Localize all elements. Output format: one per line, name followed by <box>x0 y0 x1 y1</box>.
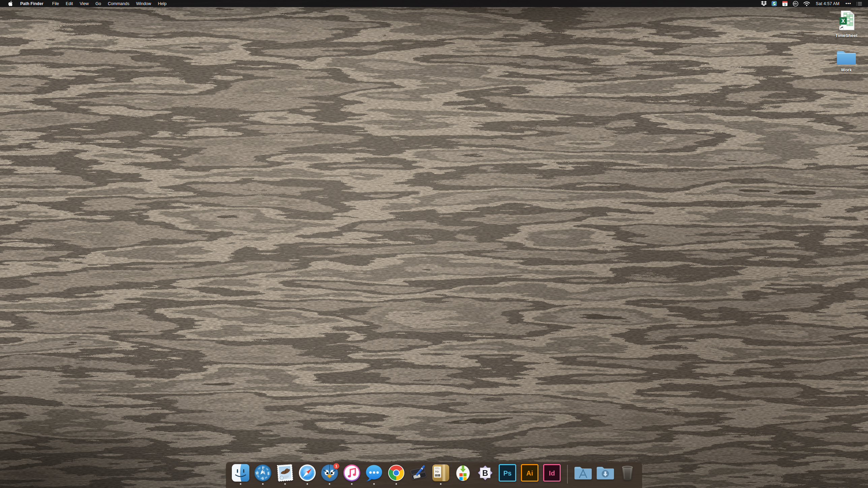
itunes-icon <box>343 464 361 482</box>
running-indicator <box>440 483 441 485</box>
list-menu-item[interactable] <box>854 0 865 7</box>
folder-icon <box>836 50 857 66</box>
bbedit-icon: B <box>476 464 494 482</box>
list-icon <box>856 1 862 6</box>
svg-text:W: W <box>255 471 259 475</box>
illustrator-icon: Ai <box>521 464 538 482</box>
menu-help[interactable]: Help <box>154 0 170 7</box>
running-indicator <box>351 483 352 485</box>
microsoft-autoupdate-icon <box>454 464 472 482</box>
excel-x-letter: X <box>841 18 845 24</box>
messages-icon <box>365 464 383 482</box>
dock-itunes[interactable] <box>343 464 361 485</box>
dock-checkbook[interactable] <box>409 464 428 485</box>
notification-badge: 1 <box>333 463 339 469</box>
wifi-menu-item[interactable] <box>801 0 812 7</box>
creative-cloud-icon <box>793 1 799 7</box>
path-finder-status-icon <box>772 1 777 6</box>
svg-text:N: N <box>261 468 264 472</box>
apple-menu[interactable] <box>4 0 17 7</box>
dock-applications-folder[interactable] <box>574 464 592 485</box>
desktop-icon-area: X TimeSheet Work <box>830 10 863 72</box>
menu-view[interactable]: View <box>76 0 92 7</box>
path-finder-menu-item[interactable] <box>769 0 780 7</box>
dock-indesign[interactable]: Id <box>543 464 561 485</box>
mail-stamp-icon <box>276 464 294 482</box>
dock-deliveries[interactable]: TO: <box>432 464 450 485</box>
dropbox-menu-item[interactable] <box>758 0 769 7</box>
menu-bar-status-area: 1 Sat 4:57 AM ••• <box>758 0 868 7</box>
wifi-icon <box>803 1 810 6</box>
menu-app-name[interactable]: Path Finder <box>17 1 47 6</box>
dock-bbedit[interactable]: B <box>476 464 494 485</box>
chrome-icon <box>388 464 405 482</box>
indesign-icon: Id <box>543 464 561 482</box>
svg-text:TO:: TO: <box>435 470 439 473</box>
photoshop-icon: Ps <box>499 464 516 482</box>
dock-finder[interactable] <box>231 464 250 485</box>
alias-arrow-badge <box>839 26 843 30</box>
trash-icon <box>619 464 636 482</box>
menu-bar: Path Finder File Edit View Go Commands W… <box>0 0 868 7</box>
svg-text:Ps: Ps <box>503 469 512 477</box>
desktop-icon-label: Work <box>841 67 852 72</box>
calendar-icon: 1 <box>782 1 788 6</box>
dock-separator <box>567 465 568 484</box>
desktop-wallpaper <box>0 0 868 488</box>
menu-edit[interactable]: Edit <box>62 0 76 7</box>
desktop-icon-timesheet[interactable]: X TimeSheet <box>830 10 863 38</box>
desktop-icon-work[interactable]: Work <box>830 50 863 72</box>
safari-icon <box>299 464 316 482</box>
dock-tweetbot[interactable]: 1 <box>320 464 339 485</box>
dock-photoshop[interactable]: Ps <box>498 464 517 485</box>
checkbook-pen-icon <box>410 464 427 482</box>
menu-window[interactable]: Window <box>133 0 154 7</box>
svg-text:B: B <box>482 468 488 478</box>
path-finder-compass-icon: N W E S <box>254 464 272 482</box>
menu-bar-clock[interactable]: Sat 4:57 AM <box>812 1 843 6</box>
running-indicator <box>329 483 330 485</box>
dock-mail[interactable] <box>276 464 294 485</box>
applications-folder-icon <box>574 464 592 482</box>
running-indicator <box>373 483 375 485</box>
dock-microsoft-autoupdate[interactable] <box>454 464 472 485</box>
menu-bar-left: Path Finder File Edit View Go Commands W… <box>0 0 170 7</box>
finder-icon <box>232 464 249 482</box>
apple-icon <box>8 1 13 6</box>
menu-go[interactable]: Go <box>92 0 104 7</box>
menu-file[interactable]: File <box>49 0 62 7</box>
dock-illustrator[interactable]: Ai <box>521 464 539 485</box>
ellipsis-menu-icon[interactable]: ••• <box>843 1 854 6</box>
creative-cloud-menu-item[interactable] <box>790 0 801 7</box>
running-indicator <box>240 483 241 485</box>
svg-text:Ai: Ai <box>526 469 533 477</box>
dock: N W E S <box>226 462 642 488</box>
svg-text:Id: Id <box>549 469 555 477</box>
dock-safari[interactable] <box>298 464 316 485</box>
dock-downloads-folder[interactable] <box>596 464 614 485</box>
running-indicator <box>284 483 286 485</box>
calendar-day: 1 <box>784 2 786 6</box>
svg-text:E: E <box>268 471 270 475</box>
dock-messages[interactable] <box>365 464 383 485</box>
dock-path-finder[interactable]: N W E S <box>254 464 272 485</box>
svg-text:S: S <box>262 477 264 480</box>
excel-file-icon: X <box>838 10 855 31</box>
deliveries-package-icon: TO: <box>432 464 450 482</box>
dock-trash[interactable] <box>618 464 637 485</box>
dock-chrome[interactable] <box>387 464 405 485</box>
dropbox-icon <box>761 1 767 6</box>
calendar-menu-item[interactable]: 1 <box>780 0 790 7</box>
menu-commands[interactable]: Commands <box>104 0 133 7</box>
running-indicator <box>262 483 264 485</box>
desktop-icon-label: TimeSheet <box>835 33 858 38</box>
running-indicator <box>307 483 308 485</box>
downloads-folder-icon <box>596 464 615 482</box>
running-indicator <box>396 483 397 485</box>
